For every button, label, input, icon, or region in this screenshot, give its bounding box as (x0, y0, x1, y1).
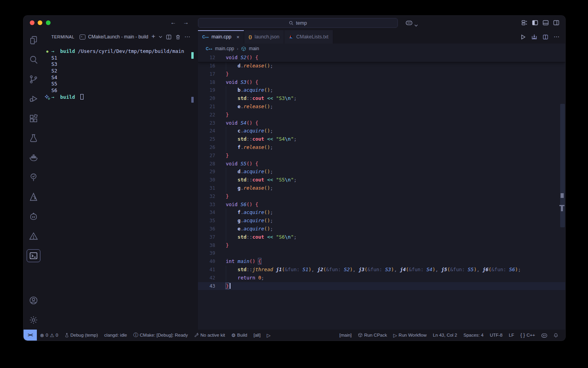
status-encoding[interactable]: UTF-8 (486, 330, 506, 341)
code-editor[interactable]: 12void S2() { 16 d.release();17}18void S… (198, 54, 565, 330)
layout-panel-icon[interactable] (543, 20, 549, 27)
code-line-31[interactable]: 31 g.release(); (198, 184, 565, 192)
status-problems[interactable]: ⊗0⚠0 (37, 330, 62, 341)
breadcrumb-file[interactable]: main.cpp (215, 46, 234, 51)
json-file-icon: {} (249, 34, 252, 39)
testing-icon[interactable] (24, 128, 43, 148)
code-line-37[interactable]: 37 std::cout << "S6\n"; (198, 233, 565, 241)
tab-CMakeLists.txt[interactable]: CMakeLists.txt (284, 30, 333, 44)
code-line-30[interactable]: 30 std::cout << "S5\n"; (198, 176, 565, 184)
breadcrumb-symbol[interactable]: main (249, 46, 259, 51)
run-below-icon[interactable] (531, 34, 537, 40)
status-clangd-status[interactable]: clangd: idle (101, 330, 130, 341)
status-cmake-launch[interactable]: ▷ (264, 330, 274, 341)
terminal-session-tab[interactable]: >_ CMake/Launch - main - build (80, 34, 148, 40)
tree-check-icon[interactable] (24, 167, 43, 187)
status-language-mode[interactable]: { }C++ (517, 330, 538, 341)
status-notifications[interactable] (550, 330, 561, 341)
code-line-27[interactable]: 27} (198, 152, 565, 160)
terminal-content[interactable]: ●→ build /Users/cyril/Dev/tmp/temp/build… (43, 44, 198, 330)
explorer-icon[interactable] (24, 30, 43, 50)
prompt-arrow-icon: → (51, 48, 54, 54)
code-line-17[interactable]: 17} (198, 70, 565, 78)
status-run-workflow[interactable]: ▷Run Workflow (390, 330, 430, 341)
status-remote-window[interactable]: >< (24, 330, 37, 341)
close-tab-icon[interactable]: × (236, 34, 240, 40)
code-line-16[interactable]: 16 d.release(); (198, 62, 565, 70)
chevron-down-icon[interactable] (414, 21, 418, 28)
code-line-26[interactable]: 26 f.release(); (198, 143, 565, 152)
status-cmake-kit[interactable]: No active kit (191, 330, 228, 341)
code-line-18[interactable]: 18void S3() { (198, 78, 565, 87)
copilot-chat-icon[interactable] (24, 207, 43, 226)
layout-sidebar-right-icon[interactable] (553, 20, 559, 27)
status-cursor-position[interactable]: Ln 43, Col 2 (430, 330, 460, 341)
status-eol[interactable]: LF (506, 330, 517, 341)
status-cmake-build[interactable]: ⚙Build (228, 330, 250, 341)
accounts-icon[interactable] (24, 290, 43, 310)
panel-tab-terminal[interactable]: TERMINAL (51, 34, 74, 39)
code-line-35[interactable]: 35 g.acquire(); (198, 217, 565, 225)
code-line-21[interactable]: 21 e.release(); (198, 103, 565, 111)
code-line-38[interactable]: 38} (198, 241, 565, 250)
copilot-icon[interactable] (406, 20, 412, 27)
code-line-22[interactable]: 22} (198, 111, 565, 119)
code-line-36[interactable]: 36 e.acquire(); (198, 225, 565, 233)
split-terminal-icon[interactable] (166, 34, 172, 40)
layout-customize-icon[interactable] (521, 20, 528, 27)
zoom-window-button[interactable] (46, 20, 51, 25)
code-line-12[interactable]: 12void S2() { (198, 54, 565, 62)
chevron-down-icon[interactable] (159, 36, 162, 38)
status-cmake-status[interactable]: ⓘCMake: [Debug]: Ready (130, 330, 191, 341)
sticky-scroll-line[interactable]: 12void S2() { (198, 54, 565, 62)
minimize-window-button[interactable] (38, 20, 42, 25)
code-line-24[interactable]: 24 c.acquire(); (198, 127, 565, 135)
cmake-icon[interactable] (24, 187, 43, 207)
status-bar: ><⊗0⚠0Debug (temp)clangd: idleⓘCMake: [D… (24, 330, 565, 341)
code-line-34[interactable]: 34 f.acquire(); (198, 208, 565, 217)
layout-sidebar-left-icon[interactable] (532, 20, 538, 27)
settings-gear-icon[interactable] (24, 310, 43, 330)
code-line-42[interactable]: 42 return 0; (198, 274, 565, 282)
code-line-25[interactable]: 25 std::cout << "S4\n"; (198, 135, 565, 143)
new-terminal-icon[interactable]: + (151, 33, 155, 40)
code-line-23[interactable]: 23void S4() { (198, 119, 565, 127)
close-window-button[interactable] (30, 20, 34, 25)
code-line-40[interactable]: 40int main() { (198, 257, 565, 266)
code-line-33[interactable]: 33void S6() { (198, 201, 565, 209)
more-actions-icon[interactable]: ⋯ (554, 33, 560, 40)
forward-icon[interactable]: → (181, 19, 190, 25)
command-center-search[interactable]: temp (198, 18, 398, 28)
kill-terminal-icon[interactable] (175, 34, 181, 40)
run-and-debug-icon[interactable] (24, 89, 43, 109)
status-run-cpack[interactable]: Run CPack (355, 330, 390, 341)
code-line-32[interactable]: 32} (198, 192, 565, 201)
status-cmake-launch-target[interactable]: [main] (336, 330, 355, 341)
source-control-icon[interactable] (24, 69, 43, 89)
warning-icon[interactable] (24, 226, 43, 246)
back-icon[interactable]: ← (169, 19, 178, 25)
status-cmake-build-target[interactable]: [all] (250, 330, 264, 341)
status-indentation[interactable]: Spaces: 4 (460, 330, 486, 341)
code-line-39[interactable]: 39 (198, 249, 565, 257)
docker-icon[interactable] (24, 148, 43, 167)
code-line-29[interactable]: 29 d.acquire(); (198, 168, 565, 176)
more-actions-icon[interactable]: ⋯ (184, 33, 191, 40)
tab-launch.json[interactable]: {}launch.json (244, 30, 284, 44)
code-line-41[interactable]: 41 std::jthread j1(&fun: S1), j2(&fun: S… (198, 266, 565, 274)
tab-main.cpp[interactable]: C++main.cpp× (198, 30, 244, 44)
split-editor-icon[interactable] (543, 34, 548, 40)
prompt-arrow-icon: → (51, 94, 54, 100)
status-copilot-status[interactable] (538, 330, 550, 341)
run-icon[interactable] (520, 34, 526, 40)
terminal-line-out: S2 (43, 68, 198, 74)
status-debug-target[interactable]: Debug (temp) (62, 330, 101, 341)
extensions-icon[interactable] (24, 109, 43, 128)
code-line-20[interactable]: 20 std::cout << "S3\n"; (198, 94, 565, 103)
copilot-icon (541, 333, 547, 338)
terminal-icon[interactable] (24, 246, 43, 265)
search-icon[interactable] (24, 50, 43, 69)
code-line-19[interactable]: 19 b.acquire(); (198, 86, 565, 94)
code-line-43[interactable]: 43} (198, 282, 565, 290)
code-line-28[interactable]: 28void S5() { (198, 160, 565, 168)
